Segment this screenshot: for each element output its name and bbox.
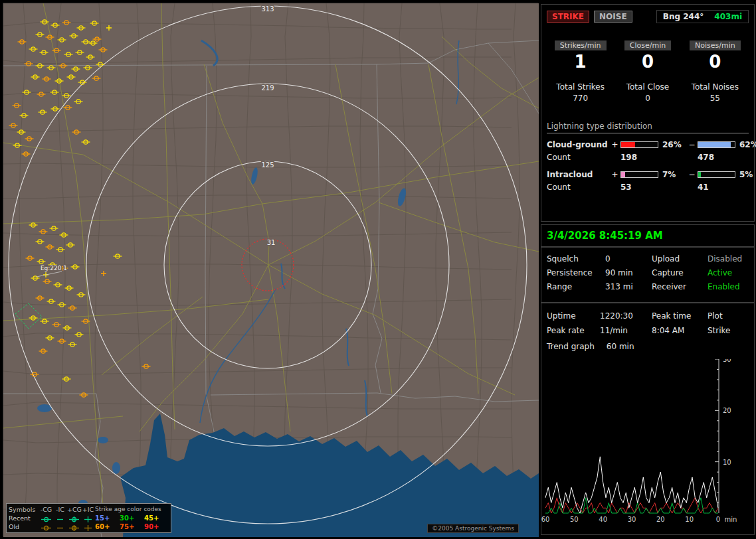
peak-rate-label: Peak rate: [547, 323, 600, 338]
trend-graph: 102030 min 6050403020100: [544, 359, 753, 533]
peak-rate-value: 11/min: [600, 323, 652, 338]
capture-label: Capture: [652, 266, 708, 280]
strike-indicator[interactable]: STRIKE: [547, 11, 589, 23]
distribution-title: Lightning type distribution: [547, 121, 749, 133]
trend-graph-label: Trend graph: [547, 342, 595, 351]
lightning-map: 313 219 125 31 Eg:220 1 Symbols -CG -IC …: [3, 3, 538, 536]
app-window: 313 219 125 31 Eg:220 1 Symbols -CG -IC …: [0, 0, 756, 539]
trend-x-tick: 60: [538, 516, 553, 523]
bearing-readout: Bng 244° 403mi: [656, 10, 749, 23]
neg-ic-symbol-icon: [53, 514, 67, 522]
plus-sign: +: [611, 140, 619, 149]
capture-status: Active: [708, 266, 750, 280]
uptime-grid: Uptime 1220:30 Peak time Plot Peak rate …: [547, 309, 749, 338]
counters-section: STRIKE NOISE Bng 244° 403mi Strikes/min …: [541, 4, 755, 222]
intracloud-row: Intracloud + 7% − 5%: [547, 170, 749, 179]
peak-time-label: Peak time: [652, 309, 708, 323]
minus-sign: −: [688, 140, 696, 149]
plot-label: Plot: [708, 309, 745, 323]
cg-neg-bar: [698, 141, 735, 148]
rate-labels-row: Strikes/min Close/min Noises/min: [547, 40, 749, 50]
pos-ic-symbol-old-icon: [81, 523, 95, 531]
symbols-legend: Symbols -CG -IC +CG +IC Strike age color…: [6, 503, 171, 533]
svg-text:10: 10: [723, 459, 731, 466]
age-60: 60+: [95, 522, 120, 531]
uptime-value: 1220:30: [600, 309, 652, 323]
age-30: 30+: [120, 514, 144, 522]
trend-x-unit: min: [723, 516, 738, 523]
svg-text:30: 30: [723, 359, 731, 363]
legend-col-neg-cg: -CG: [39, 505, 53, 514]
total-strikes-value: 770: [547, 94, 614, 103]
cloud-ground-row: Cloud-ground + 26% − 62%: [547, 140, 749, 149]
bearing-label: Bng 244°: [663, 12, 704, 21]
trend-x-tick: 0: [711, 516, 725, 523]
ic-pos-pct: 7%: [660, 170, 686, 179]
strikes-per-min-value: 1: [547, 52, 614, 72]
uptime-label: Uptime: [547, 309, 600, 323]
map-canvas: 313 219 125 31 Eg:220 1: [3, 3, 539, 537]
persistence-label: Persistence: [547, 266, 605, 280]
legend-col-pos-cg: +CG: [67, 505, 81, 514]
range-label: Range: [547, 280, 605, 294]
receiver-status-section: Squelch 0 Upload Disabled Persistence 90…: [541, 247, 755, 303]
status-panel: STRIKE NOISE Bng 244° 403mi Strikes/min …: [541, 4, 755, 535]
legend-col-neg-ic: -IC: [53, 505, 67, 514]
indicator-row: STRIKE NOISE Bng 244° 403mi: [547, 10, 749, 23]
plus-sign: +: [611, 170, 619, 179]
close-per-min-value: 0: [614, 52, 681, 72]
cg-pos-pct: 26%: [660, 140, 686, 149]
total-noises-label: Total Noises: [682, 82, 749, 92]
close-per-min-label: Close/min: [624, 40, 671, 50]
cloud-ground-count-row: Count 198 478: [547, 153, 749, 162]
neg-cg-symbol-icon: [39, 514, 53, 522]
trend-x-tick: 50: [567, 516, 581, 523]
total-values-row: 770 0 55: [547, 94, 749, 103]
pos-cg-symbol-icon: [67, 514, 81, 522]
age-45: 45+: [144, 514, 169, 522]
count-label: Count: [547, 183, 609, 192]
trend-x-axis: min 6050403020100: [544, 516, 753, 525]
total-labels-row: Total Strikes Total Close Total Noises: [547, 82, 749, 92]
squelch-value: 0: [605, 252, 652, 266]
cg-pos-bar: [620, 141, 658, 148]
cloud-ground-label: Cloud-ground: [547, 140, 609, 149]
ic-pos-bar: [620, 171, 658, 178]
trend-x-tick: 40: [596, 516, 611, 523]
trend-x-tick: 30: [624, 516, 639, 523]
legend-col-pos-ic: +IC: [81, 505, 95, 514]
noises-per-min-label: Noises/min: [690, 40, 741, 50]
cg-neg-pct: 62%: [737, 140, 756, 149]
ic-pos-count: 53: [620, 183, 658, 192]
upload-status: Disabled: [708, 252, 750, 266]
trend-section: Uptime 1220:30 Peak time Plot Peak rate …: [541, 303, 755, 535]
age-90: 90+: [144, 522, 169, 531]
ic-neg-pct: 5%: [737, 170, 756, 179]
neg-cg-symbol-old-icon: [39, 523, 53, 531]
trend-plot-canvas: 102030: [544, 359, 753, 525]
noises-per-min-value: 0: [682, 52, 749, 72]
pos-cg-symbol-old-icon: [67, 523, 81, 531]
cg-neg-count: 478: [698, 153, 735, 162]
rate-values-row: 1 0 0: [547, 52, 749, 72]
squelch-label: Squelch: [547, 252, 605, 266]
legend-symbols-header: Symbols: [9, 505, 39, 514]
range-value: 313 mi: [605, 280, 652, 294]
total-close-value: 0: [614, 94, 681, 103]
receiver-status: Enabled: [708, 280, 750, 294]
ring-label-31: 31: [267, 239, 276, 246]
clock-section: 3/4/2026 8:45:19 AM: [541, 224, 755, 247]
copyright-notice: ©2005 Astrogenic Systems: [427, 524, 519, 533]
peak-time-value: 8:04 AM: [652, 323, 708, 338]
upload-label: Upload: [652, 252, 708, 266]
legend-row-old-label: Old: [9, 522, 39, 531]
age-75: 75+: [120, 522, 144, 531]
pos-ic-symbol-icon: [81, 514, 95, 522]
cg-pos-count: 198: [620, 153, 658, 162]
noise-indicator[interactable]: NOISE: [594, 11, 632, 23]
map-annotation: Eg:220 1: [41, 265, 67, 271]
neg-ic-symbol-old-icon: [53, 523, 67, 531]
total-close-label: Total Close: [614, 82, 681, 92]
receiver-label: Receiver: [652, 280, 708, 294]
count-label: Count: [547, 153, 609, 162]
